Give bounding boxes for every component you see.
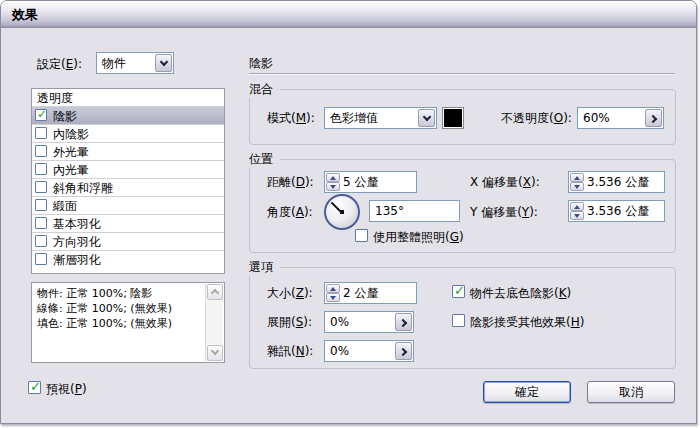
effects-summary-box: 物件: 正常 100%; 陰影 線條: 正常 100%; (無效果) 填色: 正… [31,282,225,363]
spread-value: 0% [330,315,349,329]
satin-checkbox[interactable] [35,199,47,211]
blending-group-title: 混合 [249,81,280,98]
x-offset-spin-down[interactable] [570,182,584,191]
effects-list: 透明度 陰影 內陰影 外光暈 內光暈 斜角和浮雕 緞面 基本羽化 [31,88,225,274]
knockout-shadow-checkbox[interactable] [452,285,465,298]
ok-button[interactable]: 確定 [483,381,571,403]
summary-line-object: 物件: 正常 100%; 陰影 [37,286,202,301]
mode-dropdown-button[interactable] [418,109,435,127]
chevron-down-icon [160,58,168,66]
mode-value: 色彩增值 [330,110,378,127]
settings-dropdown-button[interactable] [155,54,172,72]
preview-label: 預視(P) [46,381,87,398]
y-offset-field[interactable]: 3.536 公釐 [568,200,665,222]
opacity-field[interactable]: 60% [577,107,664,129]
x-offset-field[interactable]: 3.536 公釐 [568,171,665,193]
cancel-button[interactable]: 取消 [587,381,675,403]
size-label: 大小(Z): [267,285,313,302]
list-item-drop-shadow[interactable]: 陰影 [32,107,224,125]
summary-scrollbar[interactable] [205,284,223,361]
mode-label: 模式(M): [267,110,315,127]
outer-glow-checkbox[interactable] [35,145,47,157]
list-item-inner-shadow[interactable]: 內陰影 [32,125,224,143]
chevron-right-icon [399,348,407,356]
spread-label: 展開(S): [267,314,312,331]
y-offset-spin-up[interactable] [570,202,584,211]
opacity-value: 60% [583,111,610,125]
spread-slider-button[interactable] [395,313,412,331]
chevron-right-icon [399,319,407,327]
panel-title-separator [249,73,675,74]
opacity-label: 不透明度(O): [501,110,572,127]
angle-value: 135° [375,204,404,218]
distance-spin-up[interactable] [326,173,340,182]
list-item-bevel-emboss[interactable]: 斜角和浮雕 [32,179,224,197]
list-item-basic-feather[interactable]: 基本羽化 [32,215,224,233]
scroll-up-button[interactable] [207,284,223,300]
list-item-gradient-feather[interactable]: 漸層羽化 [32,251,224,269]
options-group: 選項 大小(Z): 2 公釐 物件去底色陰影(K) 展開(S): 0% 陰影接受… [249,267,676,369]
dialog-title: 效果 [12,6,38,24]
settings-label: 設定(E): [37,56,82,73]
y-offset-label: Y 偏移量(Y): [470,204,538,221]
distance-field[interactable]: 5 公釐 [324,171,417,193]
list-item-satin[interactable]: 緞面 [32,197,224,215]
spread-field[interactable]: 0% [324,311,414,333]
size-field[interactable]: 2 公釐 [324,282,417,304]
bevel-emboss-checkbox[interactable] [35,181,47,193]
summary-line-stroke: 線條: 正常 100%; (無效果) [37,301,202,316]
inner-glow-checkbox[interactable] [35,163,47,175]
honor-effects-label: 陰影接受其他效果(H) [470,314,584,331]
list-item-inner-glow[interactable]: 內光暈 [32,161,224,179]
settings-combobox[interactable]: 物件 [96,52,174,74]
scroll-down-button[interactable] [207,345,223,361]
options-group-title: 選項 [249,259,280,276]
gradient-feather-checkbox[interactable] [35,253,47,265]
dialog-titlebar[interactable]: 效果 [1,1,696,28]
basic-feather-checkbox[interactable] [35,217,47,229]
list-item-transparency[interactable]: 透明度 [32,89,224,107]
angle-field[interactable]: 135° [369,200,460,222]
list-item-outer-glow[interactable]: 外光暈 [32,143,224,161]
opacity-slider-button[interactable] [645,109,662,127]
size-value: 2 公釐 [343,285,378,302]
summary-line-fill: 填色: 正常 100%; (無效果) [37,316,202,331]
scroll-down-icon [211,347,219,355]
chevron-right-icon [649,115,657,123]
mode-combobox[interactable]: 色彩增值 [324,107,437,129]
settings-value: 物件 [102,55,126,72]
knockout-shadow-label: 物件去底色陰影(K) [470,285,571,302]
shadow-color-swatch[interactable] [442,107,464,129]
screen: 效果 設定(E): 物件 陰影 透明度 陰影 內陰影 外光暈 內光暈 [0,0,700,428]
y-offset-value: 3.536 公釐 [587,203,649,220]
y-offset-spin-down[interactable] [570,211,584,220]
list-item-directional-feather[interactable]: 方向羽化 [32,233,224,251]
size-spin-down[interactable] [326,293,340,302]
distance-spin-down[interactable] [326,182,340,191]
use-global-light-label: 使用整體照明(G) [373,229,464,246]
noise-slider-button[interactable] [395,342,412,360]
blending-group: 混合 模式(M): 色彩增值 不透明度(O): 60% [249,89,676,145]
distance-label: 距離(D): [267,174,314,191]
x-offset-value: 3.536 公釐 [587,174,649,191]
honor-effects-checkbox[interactable] [452,314,465,327]
noise-value: 0% [330,344,349,358]
directional-feather-checkbox[interactable] [35,235,47,247]
inner-shadow-checkbox[interactable] [35,127,47,139]
noise-label: 雜訊(N): [267,343,313,360]
effects-dialog: 效果 設定(E): 物件 陰影 透明度 陰影 內陰影 外光暈 內光暈 [0,0,697,424]
angle-dial[interactable] [324,194,360,230]
preview-checkbox[interactable] [28,381,41,394]
position-group-title: 位置 [249,151,280,168]
panel-title: 陰影 [249,55,273,72]
size-spin-up[interactable] [326,284,340,293]
x-offset-spin-up[interactable] [570,173,584,182]
angle-label: 角度(A): [267,204,313,221]
position-group: 位置 距離(D): 5 公釐 X 偏移量(X): 3.536 公釐 角度(A): [249,159,676,253]
angle-center-dot [340,210,344,214]
noise-field[interactable]: 0% [324,340,414,362]
drop-shadow-checkbox[interactable] [35,109,47,121]
use-global-light-checkbox[interactable] [355,229,368,242]
scroll-up-icon [211,289,219,297]
x-offset-label: X 偏移量(X): [470,174,540,191]
